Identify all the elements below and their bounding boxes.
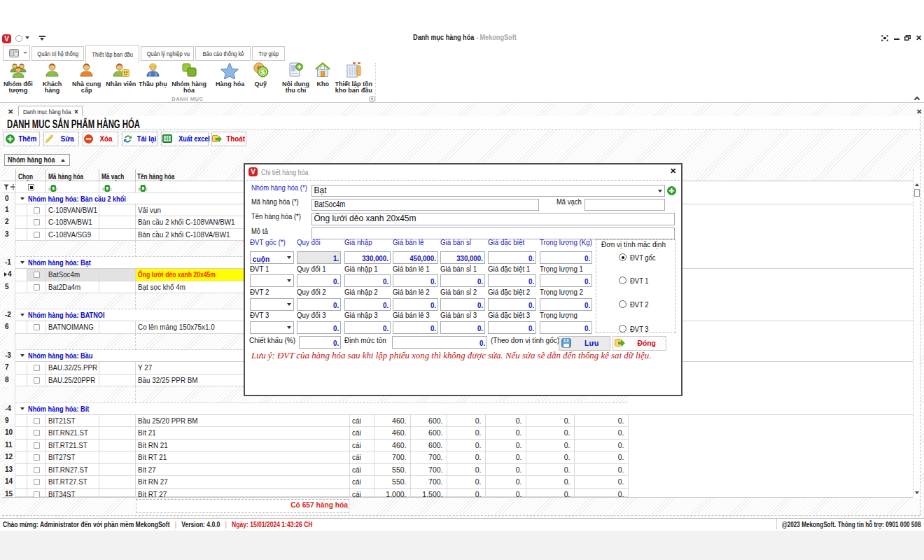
svg-text:$: $ (261, 68, 265, 76)
svg-text:a: a (48, 186, 51, 191)
svg-text:a: a (102, 186, 105, 191)
svg-text:c: c (110, 186, 112, 191)
svg-text:c: c (146, 186, 148, 191)
svg-text:a: a (138, 186, 141, 191)
svg-text:c: c (56, 186, 58, 191)
